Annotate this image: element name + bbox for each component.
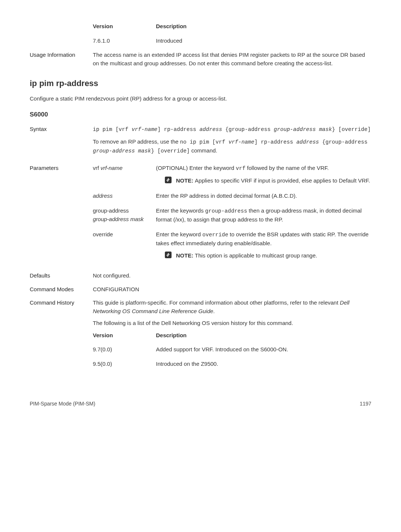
- usage-label: Usage Information: [30, 51, 93, 68]
- col-description: Description: [156, 22, 371, 31]
- history-row: Command History This guide is platform-s…: [30, 299, 371, 370]
- param-vrf: vrf vrf-name (OPTIONAL) Enter the keywor…: [93, 164, 371, 185]
- page-footer: PIM-Sparse Mode (PIM-SM) 1197: [30, 400, 371, 408]
- history-r1-v: 9.7(0.0): [93, 345, 156, 354]
- history-r2-v: 9.5(0.0): [93, 360, 156, 368]
- modes-row: Command Modes CONFIGURATION: [30, 285, 371, 294]
- param-group-label: group-address group-address mask: [93, 207, 156, 224]
- history-label: Command History: [30, 299, 93, 370]
- history-content: This guide is platform-specific. For com…: [93, 299, 371, 370]
- history-r2-d: Introduced on the Z9500.: [156, 360, 371, 368]
- syntax-content: ip pim [vrf vrf-name] rp-address address…: [93, 125, 371, 155]
- history-p2: The following is a list of the Dell Netw…: [93, 319, 371, 328]
- usage-text: The access name is an extended IP access…: [93, 51, 371, 68]
- param-override-desc: Enter the keyword override to override t…: [156, 230, 371, 260]
- modes-value: CONFIGURATION: [93, 285, 371, 294]
- section-title: ip pim rp-address: [30, 77, 371, 89]
- platform: S6000: [30, 110, 371, 119]
- version-desc: Introduced: [156, 37, 371, 45]
- param-vrf-desc: (OPTIONAL) Enter the keyword vrf followe…: [156, 164, 371, 185]
- section-subtitle: Configure a static PIM rendezvous point …: [30, 95, 371, 103]
- note-icon: [165, 177, 172, 183]
- history-col-version: Version: [93, 331, 156, 340]
- param-override: override Enter the keyword override to o…: [93, 230, 371, 260]
- parameters-label: Parameters: [30, 164, 93, 266]
- defaults-row: Defaults Not configured.: [30, 272, 371, 280]
- modes-label: Command Modes: [30, 285, 93, 294]
- param-vrf-label: vrf vrf-name: [93, 164, 156, 185]
- history-col-desc: Description: [156, 331, 371, 340]
- defaults-value: Not configured.: [93, 272, 371, 280]
- parameters-row: Parameters vrf vrf-name (OPTIONAL) Enter…: [30, 164, 371, 266]
- param-address-desc: Enter the RP address in dotted decimal f…: [156, 192, 371, 200]
- parameters-content: vrf vrf-name (OPTIONAL) Enter the keywor…: [93, 164, 371, 266]
- top-version-table: Version Description 7.6.1.0 Introduced: [93, 22, 371, 45]
- col-version: Version: [93, 22, 156, 31]
- note-icon: [165, 252, 172, 258]
- note-text: NOTE: Applies to specific VRF if input i…: [176, 177, 371, 185]
- usage-row: Usage Information The access name is an …: [30, 51, 371, 68]
- param-override-label: override: [93, 230, 156, 260]
- footer-left: PIM-Sparse Mode (PIM-SM): [30, 400, 95, 408]
- note-row: NOTE: Applies to specific VRF if input i…: [156, 177, 371, 185]
- defaults-label: Defaults: [30, 272, 93, 280]
- note-text: NOTE: This option is applicable to multi…: [176, 252, 371, 260]
- footer-right: 1197: [360, 400, 371, 408]
- history-r1-d: Added support for VRF. Introduced on the…: [156, 345, 371, 354]
- syntax-row: Syntax ip pim [vrf vrf-name] rp-address …: [30, 125, 371, 155]
- param-address-label: address: [93, 192, 156, 200]
- param-group: group-address group-address mask Enter t…: [93, 207, 371, 224]
- syntax-cmd: ip pim [vrf vrf-name] rp-address address…: [93, 127, 371, 132]
- syntax-remove: To remove an RP address, use the no ip p…: [93, 138, 368, 154]
- syntax-label: Syntax: [30, 125, 93, 155]
- param-address: address Enter the RP address in dotted d…: [93, 192, 371, 200]
- history-p1: This guide is platform-specific. For com…: [93, 299, 371, 315]
- param-group-desc: Enter the keywords group-address then a …: [156, 207, 371, 224]
- note-row: NOTE: This option is applicable to multi…: [156, 252, 371, 260]
- version-value: 7.6.1.0: [93, 37, 156, 45]
